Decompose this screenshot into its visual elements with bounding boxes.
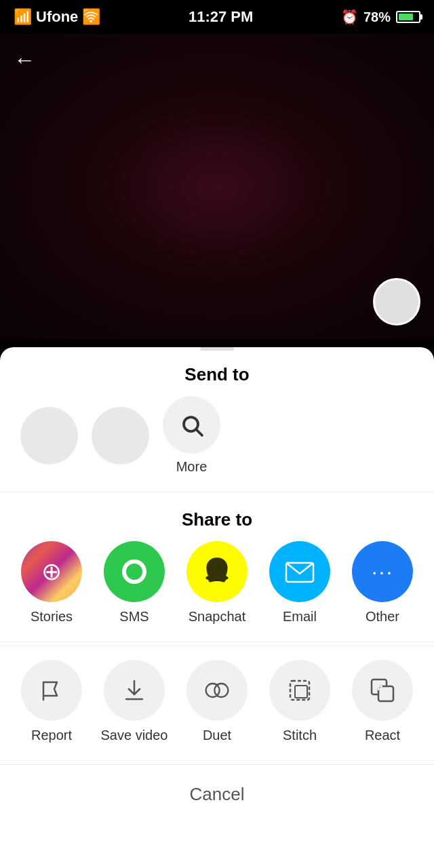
flag-icon — [38, 677, 65, 704]
divider-3 — [0, 760, 434, 761]
more-search-item[interactable]: More — [163, 396, 220, 475]
duet-icon-circle — [186, 660, 248, 721]
save-video-icon-circle — [104, 660, 165, 721]
share-item-stories[interactable]: ⊕ Stories — [15, 541, 88, 625]
status-left: 📶 Ufone 🛜 — [14, 8, 100, 26]
svg-line-1 — [196, 429, 201, 435]
action-item-stitch[interactable]: Stitch — [263, 660, 336, 743]
share-item-sms[interactable]: SMS — [98, 541, 171, 625]
share-item-other[interactable]: ··· Other — [346, 541, 419, 625]
duet-label: Duet — [203, 728, 231, 743]
report-label: Report — [31, 728, 72, 743]
report-icon-circle — [21, 660, 82, 721]
search-row: More — [0, 396, 434, 488]
cancel-button[interactable]: Cancel — [190, 784, 245, 805]
svg-point-8 — [214, 684, 228, 697]
wifi-icon: 🛜 — [82, 8, 100, 26]
share-item-snapchat[interactable]: Snapchat — [180, 541, 254, 625]
battery-icon — [396, 11, 420, 23]
other-dots-icon: ··· — [372, 559, 394, 585]
email-label: Email — [283, 609, 317, 625]
status-right: ⏰ 78% — [341, 9, 420, 25]
friend-avatar-1 — [20, 407, 78, 465]
alarm-icon: ⏰ — [341, 9, 358, 25]
react-label: React — [365, 728, 400, 743]
stories-icon-circle: ⊕ — [21, 541, 82, 602]
action-item-duet[interactable]: Duet — [180, 660, 254, 743]
share-item-email[interactable]: Email — [263, 541, 336, 625]
stories-label: Stories — [31, 609, 73, 625]
search-icon — [180, 413, 204, 437]
stitch-icon — [286, 677, 313, 704]
avatar — [373, 278, 420, 326]
friend-avatar-2 — [92, 407, 149, 465]
back-button[interactable]: ← — [14, 47, 35, 73]
share-to-title: Share to — [0, 496, 434, 541]
carrier-name: Ufone — [36, 8, 78, 26]
action-item-save-video[interactable]: Save video — [98, 660, 171, 743]
battery-fill — [399, 14, 413, 20]
sms-icon-circle — [104, 541, 165, 602]
signal-icon: 📶 — [14, 8, 32, 26]
react-icon — [369, 677, 396, 704]
send-to-title: Send to — [0, 357, 434, 396]
bottom-sheet: Send to More Share to ⊕ Stories — [0, 347, 434, 868]
stories-plus-icon: ⊕ — [41, 557, 62, 586]
divider-2 — [0, 642, 434, 642]
more-label: More — [176, 459, 208, 475]
status-bar: 📶 Ufone 🛜 11:27 PM ⏰ 78% — [0, 0, 434, 34]
svg-rect-12 — [378, 686, 393, 701]
cancel-section: Cancel — [0, 764, 434, 824]
search-circle[interactable] — [163, 396, 220, 454]
download-icon — [121, 677, 148, 704]
message-icon — [118, 555, 151, 588]
snapchat-label: Snapchat — [189, 609, 246, 625]
save-video-label: Save video — [101, 728, 168, 743]
action-row: Report Save video Duet — [0, 646, 434, 757]
other-icon-circle: ··· — [352, 541, 413, 602]
action-item-react[interactable]: React — [346, 660, 419, 743]
snapchat-ghost-icon — [199, 554, 235, 589]
divider-1 — [0, 492, 434, 492]
email-icon-circle — [269, 541, 330, 602]
duet-icon — [203, 677, 231, 704]
action-item-report[interactable]: Report — [15, 660, 88, 743]
svg-point-3 — [126, 564, 142, 580]
email-envelope-icon — [283, 555, 317, 589]
sms-label: SMS — [119, 609, 149, 625]
time-display: 11:27 PM — [189, 8, 253, 26]
stitch-label: Stitch — [283, 728, 317, 743]
svg-rect-10 — [295, 686, 307, 698]
video-area: ← — [0, 34, 434, 339]
share-row: ⊕ Stories SMS Snapchat — [0, 541, 434, 638]
sheet-handle — [200, 347, 234, 351]
snapchat-icon-circle — [186, 541, 248, 602]
battery-percent: 78% — [363, 9, 391, 25]
stitch-icon-circle — [269, 660, 330, 721]
other-label: Other — [366, 609, 399, 625]
react-icon-circle — [352, 660, 413, 721]
